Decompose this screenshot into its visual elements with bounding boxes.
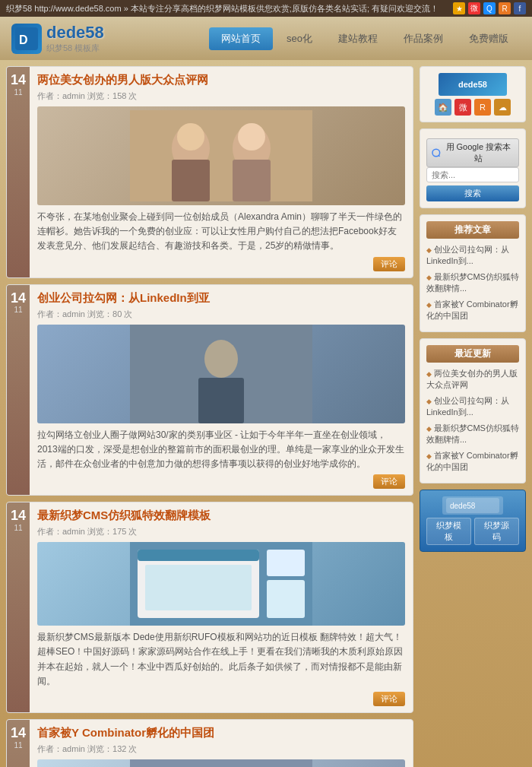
article-date-2: 14 11 bbox=[7, 285, 30, 496]
article-image-1 bbox=[37, 106, 405, 205]
dream-logo: dede58 bbox=[442, 496, 503, 515]
article-image-3 bbox=[37, 542, 405, 626]
article-month-3: 11 bbox=[14, 524, 22, 532]
logo-brand: dede58 bbox=[46, 23, 104, 43]
article-more-1: 评论 bbox=[37, 257, 405, 271]
sidebar-logo-text: dede58 bbox=[458, 80, 487, 89]
article-body-2: 创业公司拉勾网：从LinkedIn到亚 作者：admin 浏览：80 次 bbox=[30, 285, 413, 496]
svg-rect-12 bbox=[130, 325, 312, 423]
main-nav: 网站首页 seo化 建站教程 作品案例 免费赠版 bbox=[209, 27, 521, 50]
sidebar-weibo-icon[interactable]: 微 bbox=[454, 99, 471, 116]
article-day-2: 14 bbox=[11, 291, 26, 306]
svg-rect-8 bbox=[233, 160, 271, 201]
google-btn-label: 用 Google 搜索本站 bbox=[443, 141, 514, 164]
article-body-1: 两位美女创办的男人版大众点评网 作者：admin 浏览：158 次 bbox=[30, 67, 413, 277]
women-photo bbox=[37, 106, 405, 205]
svg-rect-18 bbox=[267, 580, 305, 618]
article-text-3: 最新织梦CMS最新版本 Dede使用新织RUFO模板和网站功的近日模板 翻牌特效… bbox=[37, 630, 405, 689]
header: D dede58 织梦58 模板库 网站首页 seo化 建站教程 作品案例 免费… bbox=[0, 17, 532, 60]
dream-link-2[interactable]: 织梦源码 bbox=[474, 518, 519, 545]
sidebar-rss-icon[interactable]: R bbox=[474, 99, 491, 116]
sidebar-search-submit[interactable]: 搜索 bbox=[426, 185, 519, 201]
article-month-1: 11 bbox=[14, 88, 22, 97]
article-text-2: 拉勾网络立创业人圈子做网站30/家的类别事业区 - 让如于今年半年一直坐在创业领… bbox=[37, 428, 405, 472]
svg-rect-5 bbox=[172, 160, 210, 201]
article-title-4[interactable]: 首家被Y Combinator孵化的中国团 bbox=[37, 726, 405, 740]
svg-point-7 bbox=[238, 123, 265, 151]
article-body-4: 首家被Y Combinator孵化的中国团 作者：admin 浏览：132 次 bbox=[30, 720, 413, 767]
sidebar-recommended-link-3[interactable]: 首家被Y Combinator孵化的中国团 bbox=[426, 298, 519, 322]
nav-seo[interactable]: seo化 bbox=[274, 27, 325, 50]
article-day-3: 14 bbox=[11, 509, 26, 524]
nav-home[interactable]: 网站首页 bbox=[209, 27, 273, 50]
rss-icon[interactable]: R bbox=[499, 2, 511, 14]
left-column: 14 11 两位美女创办的男人版大众点评网 作者：admin 浏览：158 次 bbox=[6, 66, 413, 767]
article-more-btn-3[interactable]: 评论 bbox=[373, 692, 405, 706]
nav-portfolio[interactable]: 作品案例 bbox=[391, 27, 455, 50]
article-more-btn-1[interactable]: 评论 bbox=[373, 257, 405, 271]
sidebar-logo-block: dede58 🏠 微 R ☁ bbox=[420, 66, 526, 122]
weibo-icon[interactable]: 微 bbox=[468, 2, 480, 14]
svg-point-4 bbox=[177, 123, 204, 151]
svg-rect-19 bbox=[130, 759, 312, 767]
article-title-1[interactable]: 两位美女创办的男人版大众点评网 bbox=[37, 73, 405, 87]
qq-icon[interactable]: Q bbox=[483, 2, 496, 14]
recommended-title: 推荐文章 bbox=[426, 221, 519, 239]
article-date-4: 14 11 bbox=[7, 720, 30, 767]
sidebar-latest: 最近更新 两位美女创办的男人版大众点评网 创业公司拉勾网：从LinkedIn到.… bbox=[420, 338, 526, 483]
sidebar-latest-link-3[interactable]: 最新织梦CMS仿织狐特效翻牌情... bbox=[426, 422, 519, 446]
china-startup-photo bbox=[37, 759, 405, 767]
nav-tutorial[interactable]: 建站教程 bbox=[326, 27, 390, 50]
article-more-2: 评论 bbox=[37, 474, 405, 489]
logo-text-group: dede58 织梦58 模板库 bbox=[46, 23, 104, 54]
dream-links: 织梦模板 织梦源码 bbox=[426, 518, 519, 545]
svg-text:D: D bbox=[19, 33, 28, 46]
topbar-icons: ★ 微 Q R f bbox=[453, 2, 526, 14]
article-meta-3: 作者：admin 浏览：175 次 bbox=[37, 526, 405, 537]
sidebar-social-icons: 🏠 微 R ☁ bbox=[426, 99, 519, 116]
article-meta-4: 作者：admin 浏览：132 次 bbox=[37, 743, 405, 755]
article-text-1: 不夸张，在某地创业聚会上碰到同一位创始成员（Alexandra Amin）聊聊了… bbox=[37, 210, 405, 254]
article-month-4: 11 bbox=[14, 741, 22, 750]
logo-subtitle: 织梦58 模板库 bbox=[46, 43, 104, 54]
article-card-1: 14 11 两位美女创办的男人版大众点评网 作者：admin 浏览：158 次 bbox=[6, 66, 413, 278]
sidebar-recommended-link-1[interactable]: 创业公司拉勾网：从LinkedIn到... bbox=[426, 243, 519, 268]
dream-link-1[interactable]: 织梦模板 bbox=[426, 518, 471, 545]
article-month-2: 11 bbox=[14, 306, 22, 314]
sidebar-search-input[interactable] bbox=[426, 167, 519, 182]
sidebar-latest-link-1[interactable]: 两位美女创办的男人版大众点评网 bbox=[426, 367, 519, 391]
star-icon[interactable]: ★ bbox=[453, 2, 465, 14]
article-title-2[interactable]: 创业公司拉勾网：从LinkedIn到亚 bbox=[37, 291, 405, 306]
article-card-4: 14 11 首家被Y Combinator孵化的中国团 作者：admin 浏览：… bbox=[6, 719, 413, 767]
article-date-3: 14 11 bbox=[7, 502, 30, 712]
article-image-4 bbox=[37, 759, 405, 767]
article-meta-2: 作者：admin 浏览：80 次 bbox=[37, 309, 405, 320]
svg-rect-2 bbox=[130, 110, 312, 201]
article-image-2 bbox=[37, 325, 405, 423]
article-more-btn-2[interactable]: 评论 bbox=[373, 474, 405, 489]
main-wrapper: 14 11 两位美女创办的男人版大众点评网 作者：admin 浏览：158 次 bbox=[0, 60, 532, 767]
svg-rect-15 bbox=[138, 550, 259, 561]
article-title-3[interactable]: 最新织梦CMS仿织狐特效翻牌模板 bbox=[37, 509, 405, 523]
sidebar-home-icon[interactable]: 🏠 bbox=[435, 99, 451, 116]
facebook-icon[interactable]: f bbox=[514, 2, 526, 14]
sidebar-latest-link-2[interactable]: 创业公司拉勾网：从LinkedIn到... bbox=[426, 395, 519, 419]
svg-rect-17 bbox=[267, 550, 305, 576]
man-photo bbox=[37, 325, 405, 423]
sidebar-latest-link-4[interactable]: 首家被Y Combinator孵化的中国团 bbox=[426, 449, 519, 474]
article-card-3: 14 11 最新织梦CMS仿织狐特效翻牌模板 作者：admin 浏览：175 次 bbox=[6, 502, 413, 713]
svg-rect-16 bbox=[145, 565, 252, 610]
article-card-2: 14 11 创业公司拉勾网：从LinkedIn到亚 作者：admin 浏览：80… bbox=[6, 284, 413, 496]
article-date-1: 14 11 bbox=[7, 67, 30, 277]
nav-free[interactable]: 免费赠版 bbox=[457, 27, 521, 50]
article-meta-1: 作者：admin 浏览：158 次 bbox=[37, 90, 405, 102]
sidebar-dream-banner: dede58 织梦模板 织梦源码 bbox=[420, 490, 526, 552]
topbar: 织梦58 http://www.dede58.com » 本站专注分享高档的织梦… bbox=[0, 0, 532, 17]
sidebar-recommended-link-2[interactable]: 最新织梦CMS仿织狐特效翻牌情... bbox=[426, 271, 519, 295]
topbar-text: 织梦58 http://www.dede58.com » 本站专注分享高档的织梦… bbox=[6, 3, 439, 14]
logo-icon: D bbox=[11, 24, 42, 54]
article-body-3: 最新织梦CMS仿织狐特效翻牌模板 作者：admin 浏览：175 次 bbox=[30, 502, 413, 712]
google-search-btn[interactable]: 用 Google 搜索本站 bbox=[426, 138, 519, 167]
logo: D dede58 织梦58 模板库 bbox=[11, 23, 104, 54]
sidebar-feed-icon[interactable]: ☁ bbox=[494, 99, 511, 116]
